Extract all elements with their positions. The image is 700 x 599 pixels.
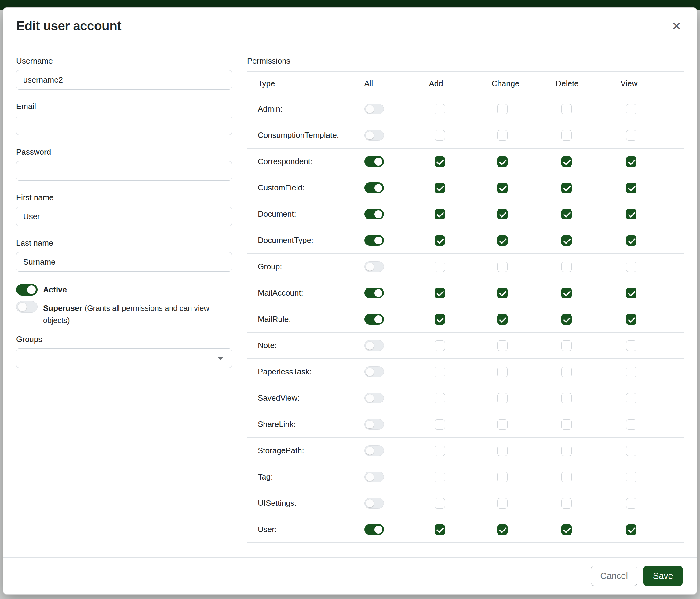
active-toggle[interactable] (16, 284, 38, 295)
permission-delete-checkbox[interactable] (561, 524, 572, 535)
permission-all-toggle[interactable] (364, 498, 384, 508)
permission-delete-checkbox[interactable] (561, 340, 572, 351)
permission-change-checkbox[interactable] (497, 209, 507, 219)
permission-change-checkbox[interactable] (497, 104, 507, 114)
toggle-knob (374, 237, 382, 244)
permission-delete-checkbox[interactable] (561, 367, 572, 377)
last-name-input[interactable] (16, 252, 232, 272)
permission-delete-checkbox[interactable] (561, 235, 572, 246)
permission-delete-checkbox[interactable] (561, 446, 572, 456)
permission-add-checkbox[interactable] (434, 288, 445, 298)
permission-change-checkbox[interactable] (497, 340, 507, 351)
permission-delete-checkbox[interactable] (561, 104, 572, 114)
permission-change-checkbox[interactable] (497, 393, 507, 403)
permission-all-toggle[interactable] (364, 314, 384, 325)
permission-all-toggle[interactable] (364, 209, 384, 219)
user-form: Username Email Password First name Last … (16, 56, 232, 557)
permission-change-checkbox[interactable] (497, 446, 507, 456)
permission-delete-checkbox[interactable] (561, 183, 572, 193)
permission-add-checkbox[interactable] (434, 262, 445, 272)
permission-add-checkbox[interactable] (434, 498, 445, 508)
permission-all-toggle[interactable] (364, 288, 384, 298)
permission-change-checkbox[interactable] (497, 498, 507, 508)
cancel-button[interactable]: Cancel (591, 566, 638, 586)
permission-add-checkbox[interactable] (434, 183, 445, 193)
superuser-toggle[interactable] (16, 301, 38, 313)
first-name-input[interactable] (16, 207, 232, 226)
permission-all-toggle[interactable] (364, 524, 384, 535)
permission-view-checkbox[interactable] (626, 446, 636, 456)
permission-change-checkbox[interactable] (497, 183, 507, 193)
permission-view-checkbox[interactable] (626, 183, 636, 193)
permission-add-checkbox[interactable] (434, 235, 445, 246)
close-icon[interactable]: × (671, 19, 682, 33)
permission-delete-checkbox[interactable] (561, 157, 572, 167)
permission-all-toggle[interactable] (364, 393, 384, 403)
password-input[interactable] (16, 161, 232, 181)
permission-add-checkbox[interactable] (434, 472, 445, 482)
permission-change-checkbox[interactable] (497, 262, 507, 272)
permission-add-checkbox[interactable] (434, 524, 445, 535)
permission-delete-checkbox[interactable] (561, 209, 572, 219)
column-header-add: Add (429, 72, 492, 96)
column-header-view: View (621, 72, 684, 96)
permission-delete-checkbox[interactable] (561, 314, 572, 325)
email-input[interactable] (16, 116, 232, 135)
permission-all-toggle[interactable] (364, 445, 384, 456)
permission-add-checkbox[interactable] (434, 314, 445, 325)
permission-change-checkbox[interactable] (497, 419, 507, 430)
permission-delete-checkbox[interactable] (561, 419, 572, 430)
permission-delete-checkbox[interactable] (561, 498, 572, 508)
permission-change-checkbox[interactable] (497, 235, 507, 246)
permission-add-checkbox[interactable] (434, 419, 445, 430)
permission-change-checkbox[interactable] (497, 157, 507, 167)
permission-delete-checkbox[interactable] (561, 393, 572, 403)
permission-add-checkbox[interactable] (434, 130, 445, 141)
permission-all-toggle[interactable] (364, 156, 384, 167)
permission-view-checkbox[interactable] (626, 524, 636, 535)
permission-all-toggle[interactable] (364, 366, 384, 377)
permission-view-checkbox[interactable] (626, 367, 636, 377)
permission-delete-checkbox[interactable] (561, 130, 572, 141)
permission-add-checkbox[interactable] (434, 104, 445, 114)
permission-all-toggle[interactable] (364, 261, 384, 272)
groups-select[interactable] (16, 349, 232, 368)
permission-view-checkbox[interactable] (626, 472, 636, 482)
permission-change-checkbox[interactable] (497, 314, 507, 325)
permission-all-toggle[interactable] (364, 103, 384, 114)
permission-view-checkbox[interactable] (626, 393, 636, 403)
permission-all-toggle[interactable] (364, 183, 384, 193)
save-button[interactable]: Save (644, 566, 682, 586)
permission-add-checkbox[interactable] (434, 367, 445, 377)
permission-view-checkbox[interactable] (626, 314, 636, 325)
permission-view-checkbox[interactable] (626, 262, 636, 272)
permission-all-toggle[interactable] (364, 472, 384, 482)
permission-view-checkbox[interactable] (626, 104, 636, 114)
permission-view-checkbox[interactable] (626, 235, 636, 246)
permission-view-checkbox[interactable] (626, 419, 636, 430)
permission-delete-checkbox[interactable] (561, 288, 572, 298)
permission-all-toggle[interactable] (364, 130, 384, 141)
permission-view-checkbox[interactable] (626, 157, 636, 167)
permission-view-checkbox[interactable] (626, 209, 636, 219)
permission-delete-checkbox[interactable] (561, 262, 572, 272)
permission-change-checkbox[interactable] (497, 288, 507, 298)
permission-change-checkbox[interactable] (497, 130, 507, 141)
permission-all-toggle[interactable] (364, 340, 384, 351)
permission-add-checkbox[interactable] (434, 209, 445, 219)
permission-view-checkbox[interactable] (626, 288, 636, 298)
username-input[interactable] (16, 70, 232, 90)
permission-add-checkbox[interactable] (434, 446, 445, 456)
permission-all-toggle[interactable] (364, 235, 384, 246)
permission-view-checkbox[interactable] (626, 130, 636, 141)
permission-change-checkbox[interactable] (497, 367, 507, 377)
permission-change-checkbox[interactable] (497, 524, 507, 535)
permission-view-checkbox[interactable] (626, 498, 636, 508)
permission-delete-checkbox[interactable] (561, 472, 572, 482)
permission-view-checkbox[interactable] (626, 340, 636, 351)
permission-add-checkbox[interactable] (434, 340, 445, 351)
permission-add-checkbox[interactable] (434, 393, 445, 403)
permission-change-checkbox[interactable] (497, 472, 507, 482)
permission-add-checkbox[interactable] (434, 157, 445, 167)
permission-all-toggle[interactable] (364, 419, 384, 430)
